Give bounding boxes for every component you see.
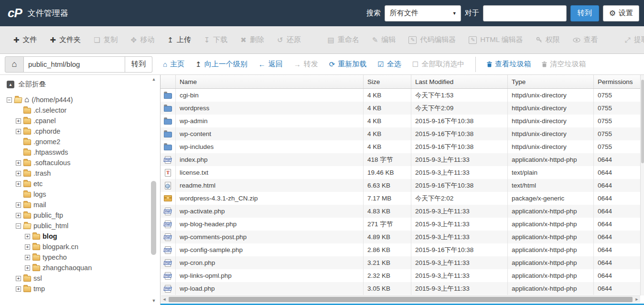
tree-item-etc[interactable]: +etc	[7, 179, 160, 189]
toolbar-edit-button[interactable]: ✎编辑	[372, 35, 396, 44]
scroll-down-icon[interactable]: ▼	[150, 298, 157, 303]
scroll-right-icon[interactable]: ►	[633, 297, 640, 302]
nav-forward-link[interactable]: →转发	[294, 60, 318, 69]
path-input[interactable]	[24, 56, 125, 73]
tree-item--htpasswds[interactable]: .htpasswds	[7, 147, 160, 158]
table-row[interactable]: wp-config-sample.php2.86 KB2015-9-16下午10…	[161, 243, 644, 256]
table-row[interactable]: wp-includes4 KB2015-9-16下午10:38httpd/uni…	[161, 140, 644, 153]
scrollbar-thumb[interactable]	[151, 181, 156, 255]
toolbar-download-button[interactable]: ↧下载	[204, 35, 228, 44]
toolbar-extract-button[interactable]: ⤢提取	[625, 35, 644, 44]
expand-icon[interactable]: +	[16, 118, 21, 124]
vscrollbar-thumb[interactable]	[641, 80, 644, 163]
scroll-up-icon[interactable]: ▲	[150, 77, 157, 82]
nav-back-link[interactable]: ←返回	[258, 60, 283, 69]
toolbar-move-button[interactable]: ✥移动	[131, 35, 155, 44]
expand-icon[interactable]: +	[25, 265, 30, 271]
toolbar-html-editor-button[interactable]: ✎HTML 编辑器	[469, 35, 523, 44]
tree-item--cphorde[interactable]: +.cphorde	[7, 126, 160, 137]
toolbar-upload-button[interactable]: ↥上传	[167, 35, 191, 44]
table-row[interactable]: wp-content4 KB2015-9-16下午10:38httpd/unix…	[161, 127, 644, 140]
search-go-button[interactable]: 转到	[570, 5, 599, 21]
nav-reload-link[interactable]: ⟳重新加载	[329, 60, 367, 69]
tree-item-zhangchaoquan[interactable]: +zhangchaoquan	[7, 263, 160, 273]
collapse-icon[interactable]: −	[16, 223, 21, 229]
toolbar-delete-button[interactable]: ✖删除	[240, 35, 264, 44]
table-row[interactable]: license.txt19.46 KB2015-9-3上午11:33text/p…	[161, 166, 644, 179]
column-header-name[interactable]: Name	[176, 75, 364, 88]
nav-select-all-link[interactable]: ☑全选	[377, 60, 401, 69]
expand-icon[interactable]: +	[16, 129, 21, 134]
expand-icon[interactable]: +	[25, 255, 30, 260]
collapse-all-button[interactable]: ▴ 全部折叠	[7, 80, 160, 89]
expand-icon[interactable]: +	[16, 213, 21, 218]
table-row[interactable]: wp-cron.php3.21 KB2015-9-3上午11:33applica…	[161, 256, 644, 269]
expand-icon[interactable]: +	[16, 171, 21, 176]
tree-item-blog[interactable]: +blog	[7, 231, 160, 242]
nav-empty-trash-link[interactable]: 清空垃圾箱	[542, 60, 586, 69]
settings-button[interactable]: ⚙ 设置	[603, 5, 639, 21]
table-row[interactable]: wp-comments-post.php4.89 KB2015-9-3上午11:…	[161, 231, 644, 243]
toolbar-new-folder-button[interactable]: ✚文件夹	[50, 35, 81, 44]
toolbar-rename-button[interactable]: ▤重命名	[328, 35, 359, 44]
column-header-type[interactable]: Type	[508, 75, 594, 88]
table-row[interactable]: wordpress-4.3.1-zh_CN.zip7.17 MB今天下午2:02…	[161, 192, 644, 205]
tree-item--home-p444-[interactable]: −⌂(/home/p444)	[7, 95, 160, 105]
table-row[interactable]: wp-load.php3.05 KB2015-9-3上午11:33applica…	[161, 282, 644, 295]
nav-unselect-all-link[interactable]: ☐全部取消选中	[412, 60, 464, 69]
hscrollbar-thumb[interactable]	[169, 297, 633, 302]
column-header-permissions[interactable]: Permissions	[594, 75, 644, 88]
nav-view-trash-link[interactable]: 查看垃圾箱	[487, 60, 531, 69]
file-modified-cell: 2015-9-3上午11:33	[411, 231, 508, 243]
tree-item-ssl[interactable]: +ssl	[7, 273, 160, 284]
tree-item--trash[interactable]: +.trash	[7, 168, 160, 179]
table-row[interactable]: cgi-bin4 KB今天下午1:53httpd/unix-directory0…	[161, 89, 644, 102]
expand-icon[interactable]: +	[16, 286, 21, 292]
tree-item-tmp[interactable]: +tmp	[7, 284, 160, 294]
table-row[interactable]: wp-activate.php4.83 KB2015-9-3上午11:33app…	[161, 205, 644, 218]
path-go-button[interactable]: 转到	[125, 56, 152, 73]
scroll-left-icon[interactable]: ◄	[161, 297, 168, 302]
home-path-button[interactable]: ⌂	[5, 56, 24, 73]
tree-item-logs[interactable]: logs	[7, 189, 160, 200]
toolbar-permissions-button[interactable]: 权限	[536, 35, 560, 44]
toolbar-restore-button[interactable]: ↺还原	[277, 35, 301, 44]
file-perms-cell: 0644	[594, 269, 644, 282]
toolbar-code-editor-button[interactable]: ✎代码编辑器	[408, 35, 456, 44]
nav-up-one-level-link[interactable]: ↥向上一个级别	[195, 60, 247, 69]
expand-icon[interactable]: +	[16, 160, 21, 166]
search-input[interactable]	[483, 5, 567, 21]
expand-icon[interactable]: +	[16, 202, 21, 208]
nav-home-link[interactable]: ⌂主页	[163, 60, 184, 69]
tree-item-mail[interactable]: +mail	[7, 200, 160, 210]
tree-item-public-html[interactable]: −public_html	[7, 221, 160, 231]
expand-icon[interactable]: +	[16, 181, 21, 187]
table-row[interactable]: wp-blog-header.php271 字节2015-9-3上午11:33a…	[161, 218, 644, 231]
search-type-select[interactable]: 所有文件 ▼	[385, 5, 461, 21]
expand-icon[interactable]: +	[25, 244, 30, 250]
tree-item-blogpark-cn[interactable]: +blogpark.cn	[7, 242, 160, 252]
tree-item--softaculous[interactable]: +.softaculous	[7, 158, 160, 168]
table-row[interactable]: readme.html6.63 KB2015-9-16下午10:38text/h…	[161, 179, 644, 192]
table-row[interactable]: wp-links-opml.php2.32 KB2015-9-3上午11:33a…	[161, 269, 644, 282]
column-icon-header[interactable]	[161, 75, 176, 88]
toolbar-new-file-button[interactable]: ✚文件	[13, 35, 37, 44]
sidebar-scrollbar[interactable]: ▲ ▼	[150, 77, 157, 292]
table-vscrollbar[interactable]	[640, 75, 644, 295]
collapse-icon[interactable]: −	[7, 97, 12, 103]
tree-item-public-ftp[interactable]: +public_ftp	[7, 210, 160, 221]
table-row[interactable]: index.php418 字节2015-9-3上午11:33applicatio…	[161, 153, 644, 166]
tree-item--cl-selector[interactable]: .cl.selector	[7, 105, 160, 116]
toolbar-view-button[interactable]: 查看	[573, 35, 598, 44]
expand-icon[interactable]: +	[16, 276, 21, 281]
column-header-last-modified[interactable]: Last Modified	[411, 75, 508, 88]
tree-item--gnome2[interactable]: .gnome2	[7, 137, 160, 147]
toolbar-copy-button[interactable]: ❏复制	[94, 35, 118, 44]
expand-icon[interactable]: +	[25, 234, 30, 239]
tree-item--cpanel[interactable]: +.cpanel	[7, 116, 160, 126]
table-hscrollbar[interactable]: ◄ ►	[161, 295, 640, 303]
table-row[interactable]: wordpress4 KB今天下午2:09httpd/unix-director…	[161, 102, 644, 115]
column-header-size[interactable]: Size	[364, 75, 411, 88]
table-row[interactable]: wp-admin4 KB2015-9-16下午10:38httpd/unix-d…	[161, 115, 644, 127]
tree-item-typecho[interactable]: +typecho	[7, 252, 160, 263]
